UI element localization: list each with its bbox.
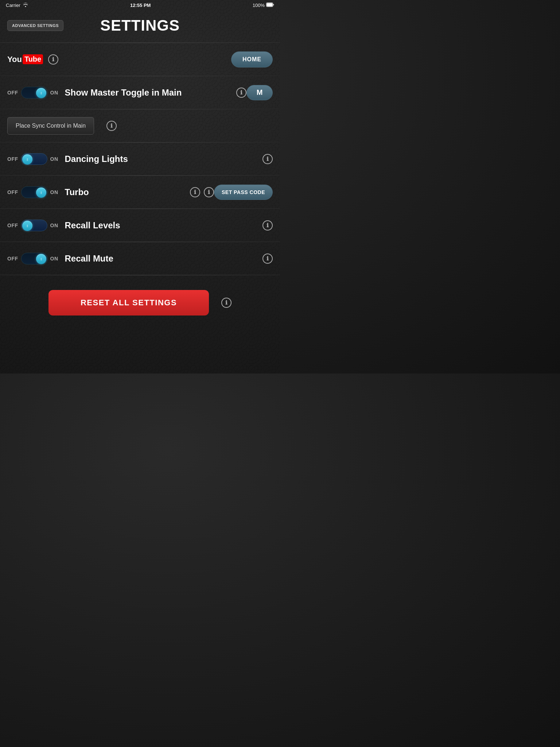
dancing-lights-on-label: ON [50,156,58,162]
youtube-tube: Tube [23,54,43,64]
recall-mute-label: Recall Mute [65,253,258,264]
place-sync-row: Place Sync Control in Main ℹ [0,109,280,142]
dancing-lights-row: OFF ON Dancing Lights ℹ [0,143,280,175]
carrier-label: Carrier [6,3,20,8]
recall-mute-info-button[interactable]: ℹ [262,253,273,264]
turbo-label: Turbo [65,187,185,197]
battery-percent: 100% [253,3,265,8]
m-badge-button[interactable]: M [246,85,273,100]
advanced-settings-button[interactable]: ADVANCED SETTINGS [7,20,63,31]
turbo-toggle-switch[interactable] [21,186,47,198]
master-toggle-knob [36,88,46,98]
status-left: Carrier [6,3,28,8]
status-right: 100% [253,3,274,8]
recall-mute-row: OFF ON Recall Mute ℹ [0,242,280,275]
set-passcode-button[interactable]: SET PASS CODE [214,185,273,200]
master-toggle-off-label: OFF [7,90,18,96]
reset-all-settings-button[interactable]: RESET ALL SETTINGS [48,290,209,316]
master-toggle-switch[interactable] [21,87,47,98]
home-button[interactable]: HOME [231,51,273,67]
recall-mute-off-label: OFF [7,256,18,262]
turbo-toggle-knob [36,187,46,198]
recall-levels-toggle-group: OFF ON [7,220,58,231]
recall-levels-row: OFF ON Recall Levels ℹ [0,209,280,242]
youtube-you: You [7,55,22,64]
dancing-lights-toggle-knob [22,154,32,165]
dancing-lights-off-label: OFF [7,156,18,162]
recall-levels-info-button[interactable]: ℹ [262,220,273,231]
place-sync-info-button[interactable]: ℹ [106,121,117,131]
youtube-info-button[interactable]: ℹ [48,54,58,65]
recall-mute-toggle-group: OFF ON [7,253,58,264]
dancing-lights-label: Dancing Lights [65,154,258,164]
dancing-lights-info-button[interactable]: ℹ [262,154,273,164]
recall-levels-toggle-switch[interactable] [21,220,47,231]
turbo-off-label: OFF [7,189,18,195]
youtube-row: You Tube ℹ HOME [0,43,280,76]
master-toggle-on-label: ON [50,90,58,96]
reset-row: RESET ALL SETTINGS ℹ [0,275,280,330]
dancing-lights-toggle-group: OFF ON [7,153,58,165]
place-sync-button[interactable]: Place Sync Control in Main [7,117,94,135]
master-toggle-label: Show Master Toggle in Main [65,88,232,98]
dancing-lights-toggle-switch[interactable] [21,153,47,165]
turbo-toggle-group: OFF ON [7,186,58,198]
recall-levels-off-label: OFF [7,222,18,228]
turbo-row: OFF ON Turbo ℹ ℹ SET PASS CODE [0,176,280,209]
master-toggle-info-button[interactable]: ℹ [236,88,246,98]
turbo-info-button-1[interactable]: ℹ [190,187,200,197]
header: ADVANCED SETTINGS SETTINGS [0,10,280,43]
master-toggle-group: OFF ON [7,87,58,98]
recall-mute-toggle-knob [36,254,46,264]
status-bar: Carrier 12:55 PM 100% [0,0,280,10]
recall-mute-on-label: ON [50,256,58,262]
status-time: 12:55 PM [130,3,151,8]
svg-rect-1 [267,3,272,6]
recall-mute-toggle-switch[interactable] [21,253,47,264]
recall-levels-on-label: ON [50,222,58,228]
reset-info-button[interactable]: ℹ [221,298,232,308]
page-title: SETTINGS [100,17,180,34]
youtube-logo: You Tube [7,54,43,64]
show-master-toggle-row: OFF ON Show Master Toggle in Main ℹ M [0,76,280,109]
recall-levels-label: Recall Levels [65,220,258,231]
battery-icon [266,3,274,8]
turbo-on-label: ON [50,189,58,195]
turbo-info-button-2[interactable]: ℹ [204,187,214,197]
recall-levels-toggle-knob [22,221,32,231]
wifi-icon [23,3,28,8]
